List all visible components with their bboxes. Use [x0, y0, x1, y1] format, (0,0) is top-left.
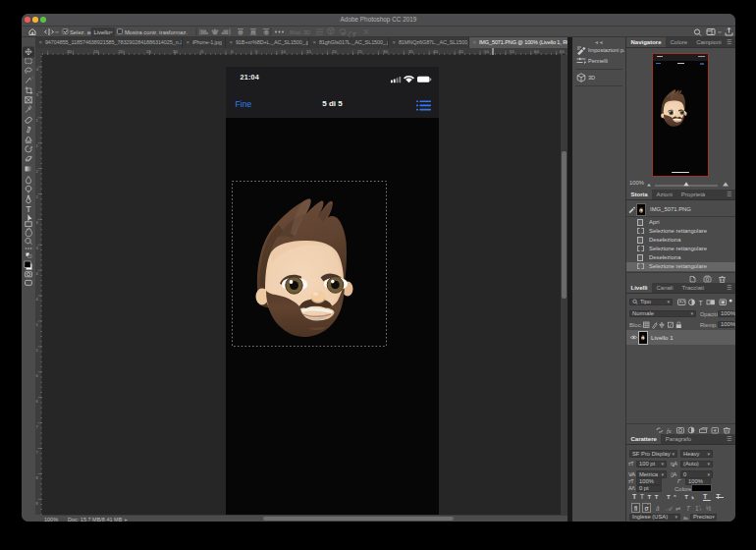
svg-text:25: 25 [357, 49, 362, 54]
svg-text:Mod. 3D: Mod. 3D [290, 29, 310, 35]
svg-text:0: 0 [231, 49, 234, 54]
svg-text:20: 20 [119, 49, 124, 54]
svg-text:5: 5 [255, 49, 258, 54]
svg-text:10: 10 [281, 49, 286, 54]
svg-text:fx: fx [667, 427, 672, 434]
svg-text:25: 25 [93, 49, 98, 54]
svg-text:35: 35 [408, 49, 413, 54]
svg-text:30: 30 [67, 49, 72, 54]
svg-text:0: 0 [36, 67, 39, 72]
svg-text:1: 1 [36, 143, 39, 148]
svg-text:Mostra contr. trasformaz.: Mostra contr. trasformaz. [125, 29, 188, 35]
svg-text:45: 45 [459, 49, 463, 54]
svg-text:3: 3 [36, 220, 39, 225]
svg-text:6: 6 [36, 399, 39, 404]
svg-text:1: 1 [36, 118, 39, 123]
svg-text:4: 4 [36, 271, 39, 276]
svg-text:20: 20 [332, 49, 337, 54]
svg-text:7: 7 [36, 450, 39, 455]
svg-text:2: 2 [36, 194, 39, 199]
svg-text:8: 8 [36, 501, 39, 506]
svg-text:3: 3 [36, 246, 39, 250]
svg-text:T: T [699, 299, 704, 305]
svg-text:8: 8 [36, 475, 39, 480]
svg-text:5: 5 [36, 348, 39, 353]
svg-text:60: 60 [534, 49, 539, 54]
svg-text:4: 4 [36, 297, 39, 302]
svg-text:65: 65 [560, 49, 565, 54]
svg-text:T: T [26, 204, 31, 214]
svg-text:40: 40 [433, 49, 438, 54]
svg-text:6: 6 [36, 373, 39, 378]
svg-text:5: 5 [36, 322, 39, 327]
svg-text:55: 55 [510, 49, 514, 54]
svg-text:30: 30 [383, 49, 388, 54]
svg-text:5: 5 [201, 49, 204, 54]
svg-text:5: 5 [36, 92, 39, 97]
svg-text:2: 2 [36, 169, 39, 174]
svg-text:10: 10 [173, 49, 178, 54]
svg-text:15: 15 [146, 49, 151, 54]
svg-text:50: 50 [484, 49, 489, 54]
svg-text:Livello: Livello [94, 29, 110, 35]
svg-text:7: 7 [36, 424, 39, 429]
svg-text:15: 15 [306, 49, 311, 54]
